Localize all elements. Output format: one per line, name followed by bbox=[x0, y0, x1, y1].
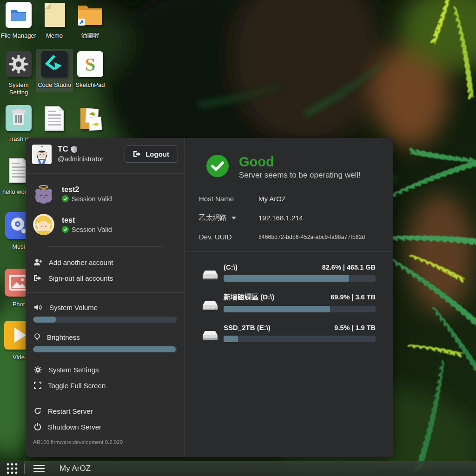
server-status-panel: Good Server seems to be operating well! … bbox=[185, 138, 393, 457]
account-row-test[interactable]: test Session Valid bbox=[32, 214, 178, 235]
avatar bbox=[33, 214, 54, 235]
trash-icon bbox=[0, 105, 37, 133]
app-launcher-button[interactable] bbox=[0, 461, 24, 476]
user-plus-icon bbox=[34, 258, 42, 266]
disk-row-c: (C:\) 82.6% | 465.1 GB bbox=[199, 263, 376, 282]
uuid-row: Dev. UUID 8466bd72-bdb6-452a-abc9-fa98a7… bbox=[199, 233, 376, 241]
logout-label: Logout bbox=[145, 150, 169, 158]
divider bbox=[47, 246, 163, 247]
user-handle: @administrator bbox=[58, 155, 104, 163]
disk-usage-fill bbox=[224, 275, 349, 282]
menu-button[interactable] bbox=[30, 465, 48, 472]
host-name-value: My ArOZ bbox=[258, 195, 286, 203]
avatar bbox=[32, 145, 52, 164]
desktop-icon-memo[interactable]: Memo bbox=[36, 2, 73, 40]
desktop-icon-code-studio[interactable]: Code Studio bbox=[36, 49, 73, 92]
server-health-header: Good Server seems to be operating well! bbox=[199, 155, 376, 180]
disk-usage-bar bbox=[224, 275, 376, 282]
desktop-icon-label: SketchPad bbox=[72, 81, 109, 89]
disk-list: (C:\) 82.6% | 465.1 GB 新增磁碟區 (D:\) 69.9 bbox=[199, 263, 376, 342]
fullscreen-icon bbox=[34, 382, 41, 389]
desktop-icon-photos-folder[interactable] bbox=[72, 105, 109, 134]
desktop-icon-trash-bin[interactable]: Trash B bbox=[0, 105, 37, 143]
disk-usage: 69.9% | 3.6 TB bbox=[331, 293, 376, 301]
disk-name: (C:\) bbox=[224, 263, 238, 271]
desktop-icon-sketchpad[interactable]: S SketchPad bbox=[72, 51, 109, 89]
power-icon bbox=[34, 423, 41, 430]
desktop-icon-label: System Setting bbox=[0, 81, 37, 97]
taskbar-host-title: My ArOZ bbox=[60, 464, 91, 473]
server-info: Host Name My ArOZ 乙太網路 192.168.1.214 Dev… bbox=[199, 195, 376, 241]
hamburger-icon bbox=[33, 465, 45, 472]
photos-folder-icon bbox=[72, 105, 109, 134]
check-circle-icon bbox=[62, 226, 69, 233]
accounts-list: test2 Session Valid test bbox=[32, 183, 178, 235]
folder-shortcut-icon bbox=[72, 2, 109, 30]
desktop-icon-shortcut-folder[interactable]: 油圖喔 bbox=[72, 2, 109, 40]
desktop-icon-label: Memo bbox=[36, 32, 73, 40]
divider bbox=[26, 173, 185, 174]
disk-name: 新增磁碟區 (D:\) bbox=[224, 293, 274, 302]
disk-usage-fill bbox=[224, 306, 330, 312]
admin-shield-icon bbox=[71, 146, 77, 153]
menu-label: System Volume bbox=[49, 304, 98, 311]
network-row: 乙太網路 192.168.1.214 bbox=[199, 213, 376, 222]
current-user-header: TC @administrator Logout bbox=[32, 145, 178, 164]
start-menu-popup: TC @administrator Logout tes bbox=[26, 138, 393, 457]
ip-address-value: 192.168.1.214 bbox=[258, 214, 303, 222]
disk-usage: 9.5% | 1.9 TB bbox=[334, 324, 376, 331]
menu-brightness: Brightness bbox=[32, 329, 178, 345]
menu-label: Toggle Full Screen bbox=[48, 382, 106, 390]
memo-icon bbox=[36, 2, 73, 30]
gear-tile-icon bbox=[0, 51, 37, 79]
logout-button[interactable]: Logout bbox=[125, 145, 178, 163]
taskbar-divider bbox=[24, 463, 25, 474]
health-check-icon bbox=[206, 155, 229, 177]
desktop-icon-label: Code Studio bbox=[36, 81, 73, 89]
lightbulb-icon bbox=[34, 333, 40, 341]
username: TC bbox=[58, 145, 68, 154]
file-manager-icon bbox=[0, 2, 37, 30]
desktop-icon-document[interactable] bbox=[36, 105, 73, 134]
health-status-message: Server seems to be operating well! bbox=[239, 171, 361, 180]
menu-signout-all[interactable]: Sign-out all accounts bbox=[32, 270, 178, 286]
desktop-icon-system-setting[interactable]: System Setting bbox=[0, 51, 37, 97]
disk-usage-bar bbox=[224, 336, 376, 342]
menu-add-account[interactable]: Add another account bbox=[32, 254, 178, 270]
disk-usage-bar bbox=[224, 306, 376, 312]
desktop-icon-label: 油圖喔 bbox=[72, 32, 109, 40]
account-row-test2[interactable]: test2 Session Valid bbox=[32, 183, 178, 205]
grid-icon bbox=[6, 463, 18, 475]
account-name: test bbox=[62, 216, 112, 225]
disk-usage-fill bbox=[224, 336, 238, 342]
sketchpad-icon: S bbox=[72, 51, 109, 79]
speaker-icon bbox=[34, 304, 43, 311]
logout-icon bbox=[133, 151, 141, 158]
session-status: Session Valid bbox=[72, 195, 112, 203]
menu-system-settings[interactable]: System Settings bbox=[32, 362, 178, 377]
firmware-version: AR100 firmware:development 0.2.020 bbox=[32, 439, 178, 445]
desktop-icon-label: File Manager bbox=[0, 32, 37, 40]
brightness-slider[interactable] bbox=[33, 346, 177, 352]
menu-label: Sign-out all accounts bbox=[48, 274, 113, 282]
desktop-icon-file-manager[interactable]: File Manager bbox=[0, 2, 37, 40]
menu-label: System Settings bbox=[48, 366, 99, 374]
menu-shutdown-server[interactable]: Shutdown Server bbox=[32, 419, 178, 435]
menu-toggle-fullscreen[interactable]: Toggle Full Screen bbox=[32, 377, 178, 393]
network-selector[interactable]: 乙太網路 bbox=[199, 213, 258, 222]
taskbar: My ArOZ bbox=[0, 461, 476, 476]
brightness-slider-fill bbox=[33, 346, 176, 352]
disk-name: SSD_2TB (E:\) bbox=[224, 324, 271, 331]
svg-text:S: S bbox=[85, 54, 95, 75]
menu-restart-server[interactable]: Restart Server bbox=[32, 403, 178, 419]
desktop: File Manager Memo 油圖喔 System Setting Cod bbox=[0, 0, 476, 476]
hdd-icon bbox=[201, 270, 219, 282]
gear-icon bbox=[34, 366, 42, 374]
code-studio-icon bbox=[36, 51, 73, 79]
menu-label: Restart Server bbox=[48, 407, 93, 415]
hdd-icon bbox=[201, 300, 219, 312]
menu-label: Brightness bbox=[47, 333, 80, 341]
divider bbox=[26, 292, 185, 293]
sign-out-icon bbox=[34, 275, 42, 282]
volume-slider[interactable] bbox=[33, 317, 177, 323]
